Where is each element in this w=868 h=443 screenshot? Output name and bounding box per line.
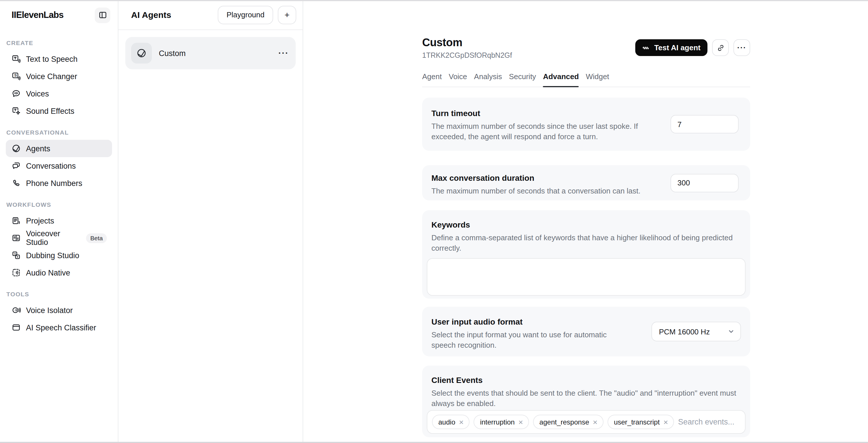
card-description: Select the events that should be sent to… xyxy=(431,388,741,408)
ai-speech-classifier-icon xyxy=(11,323,21,333)
max-duration-input[interactable] xyxy=(671,173,739,192)
sidebar-item-voice-changer[interactable]: S Voice Changer xyxy=(6,68,112,85)
voice-isolator-icon xyxy=(11,305,21,315)
sidebar-item-label: Agents xyxy=(26,144,50,153)
waveform-icon xyxy=(642,43,650,52)
tab-widget[interactable]: Widget xyxy=(586,72,609,87)
voiceover-studio-icon xyxy=(11,233,21,243)
agent-item-more-button[interactable]: ··· xyxy=(278,50,289,56)
sidebar-item-label: Text to Speech xyxy=(26,55,78,63)
main-panel: Custom 1TRKK2CGpDSfORqbN2Gf Test AI agen… xyxy=(304,0,868,443)
sidebar-item-label: Sound Effects xyxy=(26,106,74,115)
playground-button[interactable]: Playground xyxy=(218,5,273,24)
user-input-audio-format-card: User input audio format Select the input… xyxy=(422,307,750,356)
voice-changer-icon: S xyxy=(11,71,21,81)
tab-voice[interactable]: Voice xyxy=(449,72,467,87)
add-agent-button[interactable]: + xyxy=(278,5,296,24)
voices-icon xyxy=(11,89,21,98)
sidebar-item-text-to-speech[interactable]: Text to Speech xyxy=(6,50,112,68)
sidebar-item-voiceover-studio[interactable]: Voiceover Studio Beta xyxy=(6,229,112,247)
audio-format-select[interactable]: PCM 16000 Hz xyxy=(651,322,741,341)
sidebar-item-conversations[interactable]: Conversations xyxy=(6,157,112,175)
sidebar-item-voices[interactable]: Voices xyxy=(6,85,112,102)
event-tag-audio: audio ✕ xyxy=(432,415,469,429)
agent-name: Custom xyxy=(159,49,186,58)
audio-native-icon xyxy=(11,268,21,278)
dubbing-studio-icon: A xyxy=(11,250,21,260)
window-top-edge xyxy=(0,0,868,1)
sound-effects-icon xyxy=(11,106,21,116)
sidebar-item-voice-isolator[interactable]: Voice Isolator xyxy=(6,302,112,319)
agent-tabs: Agent Voice Analysis Security Advanced W… xyxy=(422,72,750,87)
keywords-textarea[interactable] xyxy=(427,258,746,296)
tab-agent[interactable]: Agent xyxy=(422,72,442,87)
agent-header-buttons: Test AI agent ··· xyxy=(635,39,750,56)
sidebar-item-phone-numbers[interactable]: Phone Numbers xyxy=(6,175,112,192)
conversations-icon xyxy=(11,161,21,171)
sidebar: IIElevenLabs CREATE Text to Speech S Voi… xyxy=(0,0,118,443)
sidebar-item-label: Voices xyxy=(26,89,49,98)
elevenlabs-logo[interactable]: IIElevenLabs xyxy=(11,10,64,20)
agents-panel-header: AI Agents Playground + xyxy=(118,0,303,30)
app-window: IIElevenLabs CREATE Text to Speech S Voi… xyxy=(0,0,868,443)
page-title: Custom xyxy=(422,36,512,49)
test-ai-agent-button[interactable]: Test AI agent xyxy=(635,39,708,56)
card-description: Select the input format you want to use … xyxy=(431,330,628,350)
tab-advanced[interactable]: Advanced xyxy=(543,72,579,87)
sidebar-item-label: Phone Numbers xyxy=(26,179,82,187)
sidebar-item-sound-effects[interactable]: Sound Effects xyxy=(6,102,112,120)
section-label-create: CREATE xyxy=(6,39,112,46)
test-ai-agent-label: Test AI agent xyxy=(654,43,701,52)
sidebar-nav: CREATE Text to Speech S Voice Changer Vo… xyxy=(0,39,118,336)
sidebar-item-agents[interactable]: Agents xyxy=(6,140,112,157)
remove-tag-icon[interactable]: ✕ xyxy=(459,418,464,425)
remove-tag-icon[interactable]: ✕ xyxy=(592,418,598,425)
card-description: The maximum number of seconds since the … xyxy=(431,121,663,141)
remove-tag-icon[interactable]: ✕ xyxy=(518,418,523,425)
event-tag-label: interruption xyxy=(480,418,515,426)
turn-timeout-input[interactable] xyxy=(671,115,739,133)
event-tag-label: agent_response xyxy=(539,418,589,426)
client-events-card: Client Events Select the events that sho… xyxy=(422,366,750,437)
card-description: Define a comma-separated list of keyword… xyxy=(431,233,738,253)
phone-icon xyxy=(11,178,21,188)
section-label-workflows: WORKFLOWS xyxy=(6,201,112,208)
sidebar-item-audio-native[interactable]: Audio Native xyxy=(6,264,112,281)
agent-circle-icon xyxy=(136,48,147,58)
panel-toggle-icon xyxy=(98,10,107,20)
sidebar-item-ai-speech-classifier[interactable]: AI Speech Classifier xyxy=(6,319,112,336)
remove-tag-icon[interactable]: ✕ xyxy=(663,418,669,425)
sidebar-item-projects[interactable]: Projects xyxy=(6,212,112,229)
sidebar-item-label: Projects xyxy=(26,216,54,225)
agent-title-block: Custom 1TRKK2CGpDSfORqbN2Gf xyxy=(422,36,512,60)
agents-panel-title: AI Agents xyxy=(131,10,171,20)
text-to-speech-icon xyxy=(11,54,21,64)
sidebar-item-label: Audio Native xyxy=(26,268,70,277)
event-tag-label: user_transcript xyxy=(614,418,660,426)
turn-timeout-card: Turn timeout The maximum number of secon… xyxy=(422,98,750,151)
agent-list-item-custom[interactable]: Custom ··· xyxy=(125,37,296,69)
chevron-down-icon xyxy=(728,328,735,335)
max-conversation-duration-card: Max conversation duration The maximum nu… xyxy=(422,165,750,200)
tab-analysis[interactable]: Analysis xyxy=(474,72,502,87)
agents-icon xyxy=(11,144,21,153)
event-tag-label: audio xyxy=(438,418,455,426)
window-bottom-edge xyxy=(0,442,868,443)
sidebar-item-label: Dubbing Studio xyxy=(26,251,80,260)
copy-link-button[interactable] xyxy=(712,39,729,56)
tab-security[interactable]: Security xyxy=(509,72,536,87)
agent-id: 1TRKK2CGpDSfORqbN2Gf xyxy=(422,52,512,60)
link-icon xyxy=(716,43,724,52)
svg-text:S: S xyxy=(14,73,17,77)
sidebar-item-label: Voice Isolator xyxy=(26,306,73,315)
agent-settings-content: Custom 1TRKK2CGpDSfORqbN2Gf Test AI agen… xyxy=(422,0,750,443)
client-events-input-bar[interactable]: audio ✕ interruption ✕ agent_response ✕ … xyxy=(427,410,746,434)
more-options-button[interactable]: ··· xyxy=(734,39,750,56)
agents-list-panel: AI Agents Playground + Custom ··· xyxy=(118,0,303,443)
sidebar-collapse-button[interactable] xyxy=(95,7,110,23)
sidebar-logo-row: IIElevenLabs xyxy=(0,0,118,30)
search-events-input[interactable] xyxy=(678,418,739,426)
sidebar-item-dubbing-studio[interactable]: A Dubbing Studio xyxy=(6,247,112,264)
agents-panel-actions: Playground + xyxy=(218,5,296,24)
agent-avatar xyxy=(131,43,152,64)
